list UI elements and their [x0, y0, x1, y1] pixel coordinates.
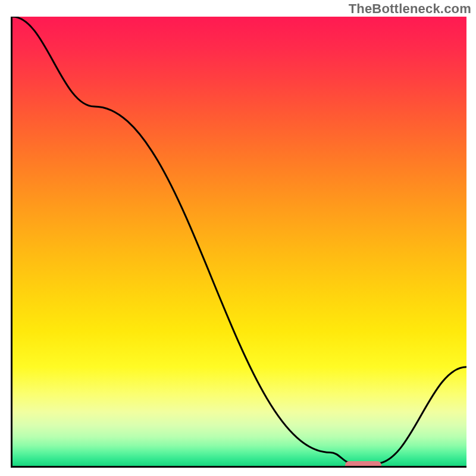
optimum-marker	[345, 461, 381, 468]
chart-container: TheBottleneck.com	[0, 0, 476, 476]
plot-area	[11, 17, 466, 468]
bottleneck-curve	[12, 17, 466, 466]
watermark-text: TheBottleneck.com	[349, 1, 471, 17]
